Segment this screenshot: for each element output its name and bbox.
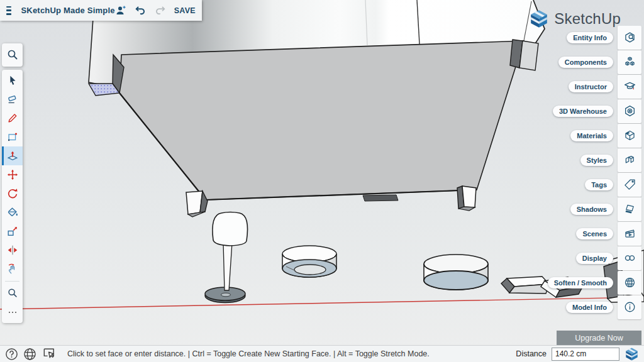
panel-label: Tags [585, 179, 613, 190]
underside-notch[interactable] [363, 195, 398, 201]
undo-icon [135, 6, 146, 16]
soften-smooth-icon [623, 276, 636, 289]
pencil-icon [6, 112, 19, 124]
panel-row-soften-smooth: Soften / Smooth [548, 270, 641, 295]
status-bar: Click to set face or enter distance. | C… [0, 345, 644, 362]
tool-rotate[interactable] [2, 184, 23, 203]
sketchup-logo-icon [529, 9, 549, 29]
pan-hand-icon [6, 263, 19, 275]
ring-part[interactable] [282, 246, 336, 277]
upgrade-label: Upgrade Now [575, 334, 623, 343]
panel-button-3d-warehouse[interactable] [618, 99, 641, 123]
click-mode-button[interactable] [42, 346, 57, 362]
panel-button-materials[interactable] [618, 124, 641, 148]
tool-push-pull[interactable] [2, 146, 23, 165]
panel-button-components[interactable] [618, 50, 641, 74]
flip-icon [6, 244, 19, 256]
panel-label: Scenes [576, 228, 613, 239]
tool-eraser[interactable] [2, 90, 23, 109]
select-arrow-icon [6, 74, 19, 87]
panel-button-shadows[interactable] [618, 197, 641, 221]
globe-icon [23, 348, 36, 361]
model-info-icon [623, 300, 636, 314]
materials-icon [623, 129, 636, 142]
panel-label: Materials [570, 130, 613, 141]
click-target-icon [42, 346, 57, 362]
upgrade-now-button[interactable]: Upgrade Now [557, 331, 641, 345]
panel-button-styles[interactable] [618, 148, 641, 172]
tool-search[interactable] [2, 46, 23, 65]
corner-foot-top-right[interactable] [510, 40, 538, 70]
panel-button-display[interactable] [618, 246, 641, 270]
rotate-icon [6, 187, 19, 200]
panel-row-components: Components [548, 50, 641, 74]
search-icon [6, 48, 19, 62]
right-panel-column: Entity Info Components Instructor [548, 25, 641, 319]
search-tool-panel [2, 43, 23, 67]
tool-pencil[interactable] [2, 109, 23, 128]
drum-part[interactable] [424, 255, 488, 290]
entity-info-icon [623, 31, 636, 44]
tool-rectangle[interactable] [2, 128, 23, 146]
corner-foot-bottom-right[interactable] [457, 186, 476, 211]
panel-button-tags[interactable] [618, 173, 641, 197]
panel-button-soften-smooth[interactable] [618, 271, 641, 295]
tool-paint-bucket[interactable] [2, 203, 23, 222]
panel-button-instructor[interactable] [618, 75, 641, 99]
components-icon [623, 55, 636, 69]
panel-label: Styles [580, 155, 613, 166]
panel-row-tags: Tags [548, 172, 641, 197]
scenes-icon [623, 227, 636, 240]
panel-button-entity-info[interactable] [618, 26, 641, 50]
panel-label: Soften / Smooth [548, 277, 613, 288]
zoom-icon [6, 287, 19, 300]
save-button[interactable]: SAVE [174, 6, 196, 15]
undo-button[interactable] [135, 6, 146, 16]
paint-bucket-icon [6, 206, 19, 219]
panel-label: Components [558, 57, 613, 68]
panel-label: Display [576, 253, 613, 264]
sketchup-mini-logo-icon [625, 347, 639, 361]
add-user-button[interactable] [115, 5, 126, 16]
panel-row-styles: Styles [548, 148, 641, 172]
tool-zoom[interactable] [2, 284, 23, 303]
panel-row-shadows: Shadows [548, 197, 641, 221]
styles-icon [623, 153, 636, 167]
panel-row-display: Display [548, 246, 641, 270]
toolbar-divider [5, 281, 19, 282]
panel-row-materials: Materials [548, 123, 641, 148]
panel-label: Shadows [570, 204, 613, 215]
hamburger-menu-icon[interactable] [6, 6, 11, 15]
tool-flip[interactable] [2, 241, 23, 260]
display-icon [623, 251, 636, 265]
rectangle-icon [6, 131, 19, 143]
tool-orbit-pan[interactable] [2, 260, 23, 278]
tool-select[interactable] [2, 71, 23, 90]
panel-button-scenes[interactable] [618, 222, 641, 246]
tags-icon [623, 178, 636, 191]
panel-row-instructor: Instructor [548, 74, 641, 99]
panel-row-model-info: Model Info [548, 295, 641, 319]
move-icon [6, 168, 19, 181]
panel-button-model-info[interactable] [618, 295, 641, 319]
panel-label: Instructor [569, 81, 613, 92]
panel-row-entity-info: Entity Info [548, 25, 641, 50]
distance-label: Distance [516, 349, 547, 358]
scale-icon [6, 225, 19, 238]
status-hint: Click to set face or enter distance. | C… [67, 349, 430, 358]
app-title: SKetchUp Made Simple [21, 6, 114, 15]
redo-button[interactable] [155, 6, 165, 16]
warehouse-icon [623, 104, 636, 118]
distance-input[interactable] [552, 348, 619, 361]
shadows-icon [623, 202, 636, 216]
tool-more[interactable] [2, 303, 23, 322]
app-header: SKetchUp Made Simple SAVE [0, 0, 202, 21]
panel-row-3d-warehouse: 3D Warehouse [548, 99, 641, 123]
redo-icon [155, 6, 165, 16]
tool-scale[interactable] [2, 222, 23, 241]
save-label: SAVE [174, 6, 196, 15]
tool-move[interactable] [2, 165, 23, 184]
language-button[interactable] [23, 348, 36, 361]
help-icon [5, 348, 18, 361]
help-button[interactable] [5, 348, 18, 361]
